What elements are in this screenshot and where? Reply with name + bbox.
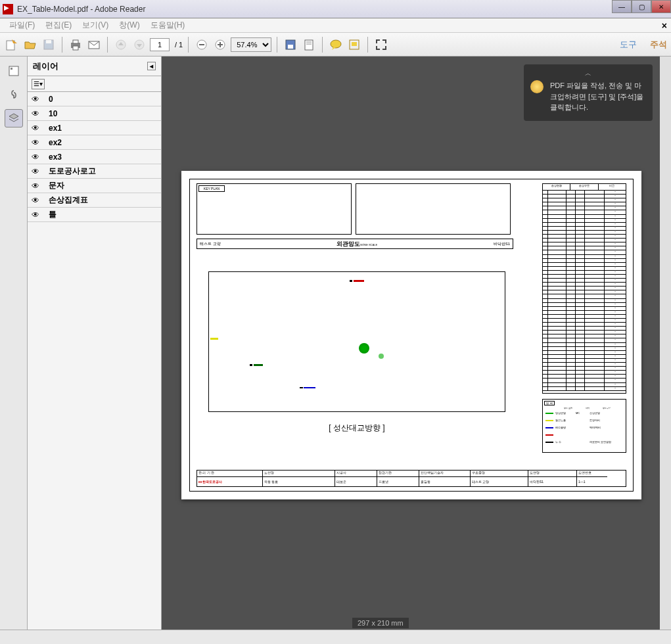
main-toolbar: / 1 57.4% 도구 주석 xyxy=(0,33,671,57)
layer-visibility-icon[interactable]: 👁 xyxy=(32,124,45,133)
pdf-page: KEY PLAN 테스트 교량 외관망도NONE SCALE 바닥판S1 xyxy=(181,171,641,499)
legend-row xyxy=(543,431,626,438)
legend-table: 범 례 망도 표현 약어 망도구분 망상균열MC선상균열철근노출도장박리배수불량… xyxy=(542,399,626,453)
damage-mark xyxy=(354,280,364,282)
aux-box xyxy=(356,183,511,235)
svg-rect-5 xyxy=(73,46,78,50)
layer-visibility-icon[interactable]: 👁 xyxy=(32,138,45,147)
menu-view[interactable]: 보기(V) xyxy=(77,20,114,31)
svg-rect-15 xyxy=(288,45,293,49)
window-controls: — ▢ ✕ xyxy=(612,0,671,13)
tools-link[interactable]: 도구 xyxy=(620,39,637,51)
toolbar-separator xyxy=(322,37,323,53)
layer-row[interactable]: 👁손상집계표 xyxy=(28,193,161,208)
comment-icon[interactable] xyxy=(328,37,344,53)
layers-options-icon[interactable]: ☰▾ xyxy=(32,79,45,89)
open-icon[interactable] xyxy=(22,37,38,53)
legend-row: 누 수재료분리 표면결함 xyxy=(543,438,626,446)
svg-rect-22 xyxy=(11,68,12,70)
close-button[interactable]: ✕ xyxy=(651,0,671,13)
panel-collapse-button[interactable]: ◂ xyxy=(147,62,156,70)
titleblock-cell: 도면번호1—1 xyxy=(577,471,607,486)
mail-icon[interactable] xyxy=(86,37,102,53)
layer-row[interactable]: 👁10 xyxy=(28,106,161,121)
layer-name: 도로공사로고 xyxy=(45,166,96,177)
layer-visibility-icon[interactable]: 👁 xyxy=(32,152,45,162)
layer-name: ex1 xyxy=(45,124,62,133)
thumbnails-tab-icon[interactable] xyxy=(5,62,23,80)
layer-visibility-icon[interactable]: 👁 xyxy=(32,109,45,118)
layer-name: 틀 xyxy=(45,209,57,220)
layer-row[interactable]: 👁0 xyxy=(28,92,161,106)
titleblock-cell: 구조물명테스트 교량 xyxy=(471,471,528,486)
vertical-scrollbar[interactable] xyxy=(660,57,671,630)
svg-rect-2 xyxy=(46,40,51,43)
zoom-in-icon[interactable] xyxy=(212,37,228,53)
fullscreen-icon[interactable] xyxy=(373,37,389,53)
titleblock-cell: 관 리 기 관ex 한국도로공사 xyxy=(197,471,263,486)
title-left: 테스트 교량 xyxy=(197,241,221,247)
save-copy-icon[interactable] xyxy=(283,37,298,53)
layer-row[interactable]: 👁틀 xyxy=(28,208,161,222)
window-title: EX_Table-Model.pdf - Adobe Reader xyxy=(17,5,145,14)
layers-panel-title: 레이어 xyxy=(33,60,58,72)
damage-summary-table: 손상현황 손상규모 비고 •••••••••••••••••••••••••••… xyxy=(542,183,626,394)
print-icon[interactable] xyxy=(68,37,83,53)
annotate-link[interactable]: 주석 xyxy=(650,39,667,51)
hint-tooltip-text: PDF 파일을 작성, 전송 및 마크업하려면 [도구] 및 [주석]을 클릭합… xyxy=(550,80,646,113)
svg-rect-13 xyxy=(220,42,221,47)
attachments-tab-icon[interactable] xyxy=(5,85,23,104)
layer-visibility-icon[interactable]: 👁 xyxy=(32,167,45,176)
table-row: • xyxy=(543,387,626,391)
title-right: 바닥판S1 xyxy=(494,241,513,247)
page-number-input[interactable] xyxy=(150,38,170,51)
layer-visibility-icon[interactable]: 👁 xyxy=(32,95,45,104)
layers-tab-icon[interactable] xyxy=(5,109,23,127)
toolbar-separator xyxy=(188,37,189,53)
page-view-icon[interactable] xyxy=(301,37,317,53)
damage-mark xyxy=(304,387,315,388)
layer-row[interactable]: 👁ex3 xyxy=(28,150,161,164)
zoom-out-icon[interactable] xyxy=(194,37,210,53)
page-total-label: / 1 xyxy=(175,41,183,49)
minimize-button[interactable]: — xyxy=(612,0,632,13)
maximize-button[interactable]: ▢ xyxy=(632,0,651,13)
menu-help[interactable]: 도움말(H) xyxy=(145,20,191,31)
layer-visibility-icon[interactable]: 👁 xyxy=(32,181,45,191)
save-icon[interactable] xyxy=(41,37,57,53)
layer-name: 10 xyxy=(45,109,57,118)
layer-row[interactable]: 👁도로공사로고 xyxy=(28,164,161,179)
highlight-icon[interactable] xyxy=(346,37,362,53)
layer-row[interactable]: 👁ex2 xyxy=(28,135,161,150)
svg-rect-10 xyxy=(199,44,204,45)
legend-row: 망상균열MC선상균열 xyxy=(543,409,626,417)
page-down-icon[interactable] xyxy=(131,37,147,53)
legend-row: 배수불량백태/백리 xyxy=(543,424,626,431)
page-up-icon[interactable] xyxy=(113,37,129,53)
chevron-up-icon[interactable]: ︿ xyxy=(585,68,591,78)
titleblock-cell: 점검기관프로넷 xyxy=(377,471,419,486)
svg-rect-4 xyxy=(73,40,78,43)
layer-name: 0 xyxy=(45,95,53,104)
toolbar-separator xyxy=(277,37,277,53)
layers-panel-tools: ☰▾ xyxy=(28,76,161,92)
layer-visibility-icon[interactable]: 👁 xyxy=(32,196,45,205)
layers-list: 👁0👁10👁ex1👁ex2👁ex3👁도로공사로고👁문자👁손상집계표👁틀 xyxy=(28,92,161,630)
plan-drawing-area xyxy=(208,271,505,412)
svg-rect-16 xyxy=(305,40,313,50)
titleblock-cell: 시공사태보운 xyxy=(335,471,377,486)
layer-name: 문자 xyxy=(45,180,64,191)
menu-file[interactable]: 파일(F) xyxy=(4,20,40,31)
layer-visibility-icon[interactable]: 👁 xyxy=(32,210,45,219)
document-close-button[interactable]: × xyxy=(662,20,667,31)
export-pdf-icon[interactable] xyxy=(4,37,20,53)
zoom-select[interactable]: 57.4% xyxy=(231,37,271,52)
layer-row[interactable]: 👁문자 xyxy=(28,179,161,193)
menu-window[interactable]: 창(W) xyxy=(114,20,145,31)
document-viewport[interactable]: ︿ PDF 파일을 작성, 전송 및 마크업하려면 [도구] 및 [주석]을 클… xyxy=(162,57,671,630)
layer-row[interactable]: 👁ex1 xyxy=(28,121,161,135)
menu-edit[interactable]: 편집(E) xyxy=(40,20,77,31)
layer-name: 손상집계표 xyxy=(45,195,88,206)
toolbar-separator xyxy=(62,37,62,53)
toolbar-separator xyxy=(367,37,368,53)
